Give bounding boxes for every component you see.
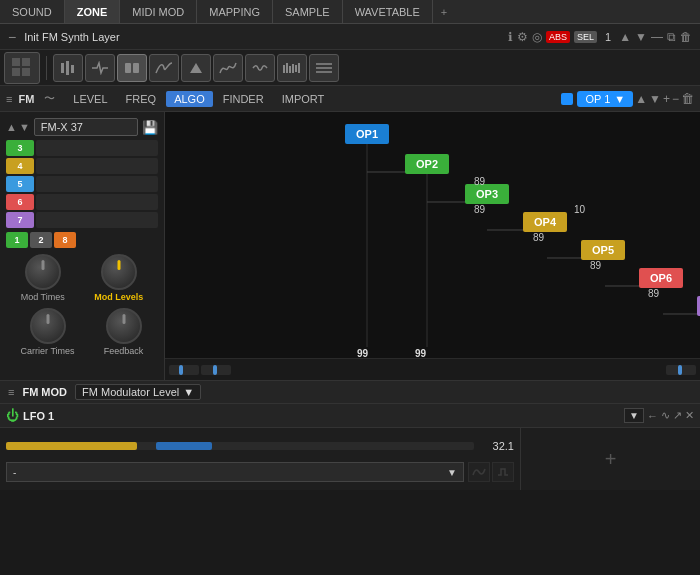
nav-menu-icon[interactable]: ≡ <box>6 93 12 105</box>
lfo-title: LFO 1 <box>23 410 620 422</box>
op-4-cell[interactable]: 4 <box>6 158 34 174</box>
toolbar-btn-2[interactable] <box>85 54 115 82</box>
tab-zone[interactable]: ZONE <box>65 0 121 23</box>
arrow-up-icon[interactable]: ▲ <box>619 30 631 44</box>
lfo-power-button[interactable]: ⏻ <box>6 408 19 423</box>
nav-arr-up[interactable]: ▲ <box>635 92 647 106</box>
copy-icon[interactable]: ⧉ <box>667 30 676 44</box>
nav-arr-down[interactable]: ▼ <box>649 92 661 106</box>
tab-mapping[interactable]: MAPPING <box>197 0 273 23</box>
nav-level-btn[interactable]: LEVEL <box>65 91 115 107</box>
carrier-times-knob[interactable] <box>30 308 66 344</box>
toolbar-btn-1[interactable] <box>53 54 83 82</box>
op-num-2[interactable]: 2 <box>30 232 52 248</box>
op4-box[interactable]: OP4 <box>523 212 567 232</box>
toolbar-btn-8[interactable] <box>277 54 307 82</box>
preset-down-arrow[interactable]: ▼ <box>19 121 30 133</box>
op-num-8[interactable]: 8 <box>54 232 76 248</box>
op-color-indicator <box>561 93 573 105</box>
feedback-knob[interactable] <box>106 308 142 344</box>
tab-midi-mod[interactable]: MIDI MOD <box>120 0 197 23</box>
nav-freq-btn[interactable]: FREQ <box>118 91 165 107</box>
feedback-knob-wrap: Feedback <box>104 308 144 356</box>
svg-rect-4 <box>61 63 64 73</box>
val-89-5: 89 <box>648 288 659 299</box>
slider-8-track[interactable] <box>666 365 696 375</box>
op2-box[interactable]: OP2 <box>405 154 449 174</box>
op-3-cell[interactable]: 3 <box>6 140 34 156</box>
info-icon[interactable]: ℹ <box>508 30 513 44</box>
slider-2-thumb <box>213 365 217 375</box>
lfo-track-1[interactable] <box>6 442 474 450</box>
op-6-cell[interactable]: 6 <box>6 194 34 210</box>
lfo-type-dropdown[interactable]: ▼ <box>624 408 644 423</box>
title-bar: − Init FM Synth Layer ℹ ⚙ ◎ ABS SEL 1 ▲ … <box>0 24 700 50</box>
lfo-wave-btn-1[interactable] <box>468 462 490 482</box>
toolbar-btn-6[interactable] <box>213 54 243 82</box>
op3-box[interactable]: OP3 <box>465 184 509 204</box>
lfo-left-arrow[interactable]: ← <box>647 410 658 422</box>
lfo-save-icon[interactable]: ↗ <box>673 409 682 422</box>
lfo-close-icon[interactable]: ✕ <box>685 409 694 422</box>
toolbar-btn-9[interactable] <box>309 54 339 82</box>
top-tab-bar: SOUND ZONE MIDI MOD MAPPING SAMPLE WAVET… <box>0 0 700 24</box>
tab-sample[interactable]: SAMPLE <box>273 0 343 23</box>
fm-mod-label: FM MOD <box>22 386 67 398</box>
op-dropdown[interactable]: OP 1 ▼ <box>577 91 633 107</box>
op6-box[interactable]: OP6 <box>639 268 683 288</box>
svg-rect-0 <box>12 58 20 66</box>
lfo-wave-icon[interactable]: ∿ <box>661 409 670 422</box>
val-10: 10 <box>574 204 585 215</box>
arrow-down-icon[interactable]: ▼ <box>635 30 647 44</box>
mod-times-knob[interactable] <box>25 254 61 290</box>
grid-view-button[interactable] <box>4 52 40 84</box>
fm-mod-menu-icon[interactable]: ≡ <box>8 386 14 398</box>
nav-arr-minus[interactable]: − <box>672 92 679 106</box>
lfo-waveform-dropdown[interactable]: - ▼ <box>6 462 464 482</box>
add-tab-button[interactable]: + <box>433 6 455 18</box>
lfo-dropdown-arrow: ▼ <box>629 410 639 421</box>
carrier-times-knob-wrap: Carrier Times <box>21 308 75 356</box>
toolbar-btn-3[interactable] <box>117 54 147 82</box>
lfo-controls: 32.1 - ▼ <box>0 428 520 490</box>
op5-box[interactable]: OP5 <box>581 240 625 260</box>
fm-mod-dropdown[interactable]: FM Modulator Level ▼ <box>75 384 201 400</box>
val-89-4: 89 <box>590 260 601 271</box>
tab-sound[interactable]: SOUND <box>0 0 65 23</box>
tune-icon[interactable]: ◎ <box>532 30 542 44</box>
op-7-cell[interactable]: 7 <box>6 212 34 228</box>
lfo-section: ⏻ LFO 1 ▼ ← ∿ ↗ ✕ 32.1 <box>0 404 700 490</box>
toolbar-btn-5[interactable] <box>181 54 211 82</box>
lfo-header-buttons: ▼ ← ∿ ↗ ✕ <box>624 408 694 423</box>
nav-finder-btn[interactable]: FINDER <box>215 91 272 107</box>
nav-import-btn[interactable]: IMPORT <box>274 91 333 107</box>
settings-icon[interactable]: ⚙ <box>517 30 528 44</box>
op-num-1[interactable]: 1 <box>6 232 28 248</box>
slider-1-track[interactable] <box>169 365 199 375</box>
nav-algo-btn[interactable]: ALGO <box>166 91 213 107</box>
lfo-fill-yellow <box>6 442 137 450</box>
op-5-cell[interactable]: 5 <box>6 176 34 192</box>
trash-icon[interactable]: 🗑 <box>680 30 692 44</box>
op-6-bar <box>36 194 158 210</box>
mod-levels-knob[interactable] <box>101 254 137 290</box>
preset-save-icon[interactable]: 💾 <box>142 120 158 135</box>
preset-dropdown[interactable]: FM-X 37 <box>34 118 138 136</box>
nav-arr-plus[interactable]: + <box>663 92 670 106</box>
op-row-3: 3 <box>6 140 158 156</box>
op1-box[interactable]: OP1 <box>345 124 389 144</box>
toolbar-btn-7[interactable] <box>245 54 275 82</box>
lfo-add-button[interactable]: + <box>605 448 617 471</box>
sel-badge: SEL <box>574 31 597 43</box>
preset-up-arrow[interactable]: ▲ <box>6 121 17 133</box>
dash-icon[interactable]: — <box>651 30 663 44</box>
tab-wavetable[interactable]: WAVETABLE <box>343 0 433 23</box>
nav-trash-icon[interactable]: 🗑 <box>681 91 694 106</box>
collapse-icon[interactable]: − <box>8 29 16 45</box>
toolbar-btn-4[interactable] <box>149 54 179 82</box>
nav-bar: ≡ FM 〜 LEVEL FREQ ALGO FINDER IMPORT OP … <box>0 86 700 112</box>
op-num-row: 1 2 8 <box>6 232 158 248</box>
lfo-wave-btn-2[interactable] <box>492 462 514 482</box>
lfo-row2-arrow: ▼ <box>447 467 457 478</box>
slider-2-track[interactable] <box>201 365 231 375</box>
